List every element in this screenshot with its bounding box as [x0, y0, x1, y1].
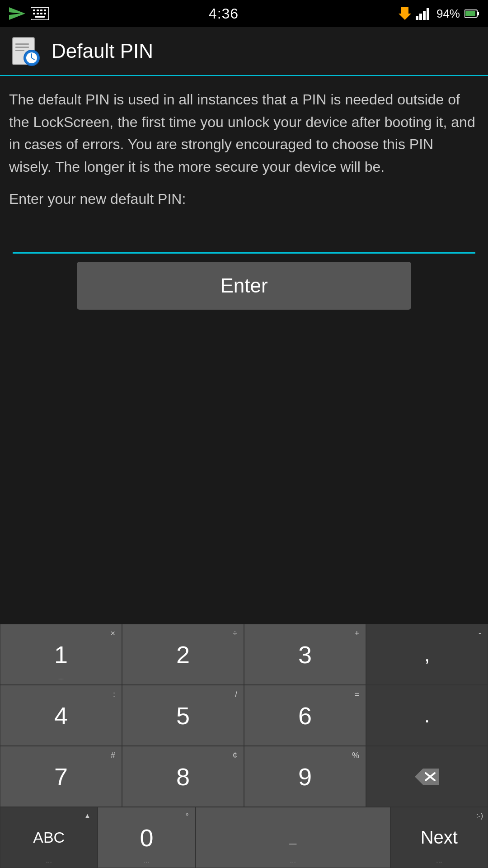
keyboard-row-1: × 1 … ÷ 2 + 3 - , [0, 624, 488, 685]
svg-rect-12 [416, 16, 418, 20]
key-1[interactable]: × 1 … [0, 624, 122, 685]
svg-rect-15 [427, 8, 429, 20]
key-abc[interactable]: ▲ ABC … [0, 807, 98, 868]
svg-marker-0 [9, 7, 25, 20]
svg-rect-8 [40, 13, 42, 14]
svg-rect-2 [33, 9, 35, 11]
send-icon [9, 7, 25, 20]
page-header: Default PIN [0, 27, 488, 76]
key-9[interactable]: % 9 [244, 746, 366, 807]
svg-rect-14 [423, 11, 426, 20]
svg-rect-18 [465, 11, 475, 16]
pin-input-container[interactable] [9, 221, 479, 254]
signal-icon [416, 7, 432, 20]
enter-button[interactable]: Enter [77, 262, 411, 310]
key-2[interactable]: ÷ 2 [122, 624, 244, 685]
status-bar: 4:36 94% [0, 0, 488, 27]
key-4[interactable]: : 4 [0, 685, 122, 746]
svg-rect-6 [33, 13, 35, 14]
key-0[interactable]: ° 0 … [98, 807, 195, 868]
next-label: Next [421, 827, 458, 848]
key-space[interactable]: _ … [196, 807, 390, 868]
svg-rect-9 [44, 13, 46, 14]
svg-rect-10 [35, 16, 45, 18]
svg-rect-26 [15, 43, 29, 45]
svg-marker-11 [399, 7, 411, 20]
status-left-icons [9, 7, 49, 20]
svg-rect-4 [40, 9, 42, 11]
default-pin-icon [9, 35, 41, 67]
key-6[interactable]: = 6 [244, 685, 366, 746]
status-right-icons: 94% [399, 7, 479, 21]
key-comma[interactable]: - , [366, 624, 488, 685]
backspace-icon [415, 769, 439, 785]
download-icon [399, 7, 411, 20]
key-7[interactable]: # 7 [0, 746, 122, 807]
key-5[interactable]: / 5 [122, 685, 244, 746]
key-8[interactable]: ¢ 8 [122, 746, 244, 807]
svg-rect-3 [37, 9, 39, 11]
pin-input[interactable] [13, 221, 475, 254]
description-text: The default PIN is used in all instances… [9, 89, 479, 178]
key-period[interactable]: . [366, 685, 488, 746]
keyboard-row-2: : 4 / 5 = 6 . [0, 685, 488, 746]
keyboard-icon [31, 7, 49, 20]
keyboard-row-3: # 7 ¢ 8 % 9 [0, 746, 488, 807]
next-button[interactable]: :-) Next … [390, 807, 488, 868]
svg-marker-29 [415, 769, 439, 785]
numeric-keyboard: × 1 … ÷ 2 + 3 - , : 4 / 5 = 6 [0, 624, 488, 868]
svg-rect-28 [15, 50, 24, 51]
keyboard-row-4: ▲ ABC … ° 0 … _ … :-) Next … [0, 807, 488, 868]
key-3[interactable]: + 3 [244, 624, 366, 685]
svg-rect-13 [419, 14, 422, 20]
svg-rect-7 [37, 13, 39, 14]
page-title: Default PIN [52, 40, 153, 62]
battery-icon [465, 9, 479, 18]
backspace-key[interactable] [366, 746, 488, 807]
svg-rect-5 [44, 9, 46, 11]
status-time: 4:36 [209, 5, 239, 22]
svg-rect-17 [477, 12, 479, 15]
enter-pin-label: Enter your new default PIN: [9, 191, 479, 208]
main-content: The default PIN is used in all instances… [0, 76, 488, 310]
battery-percentage: 94% [436, 7, 460, 21]
svg-rect-27 [15, 47, 29, 48]
